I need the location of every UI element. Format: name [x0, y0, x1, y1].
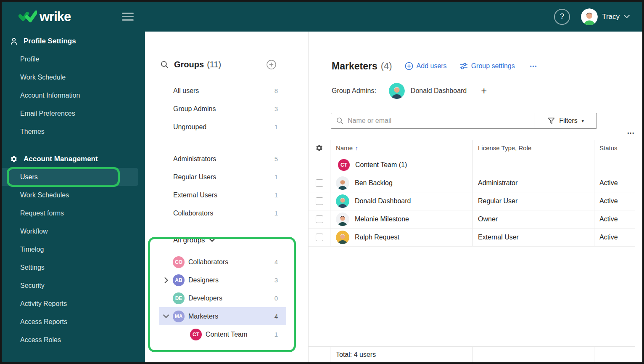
expand-icon[interactable] [162, 277, 170, 283]
group-row-content-team[interactable]: CT Content Team1 [159, 325, 286, 343]
wrike-logo[interactable]: wrike [18, 9, 71, 24]
groups-count: (11) [207, 60, 221, 69]
member-avatar [336, 176, 349, 190]
groups-panel-header: Groups (11) [145, 57, 308, 72]
group-member-count: (4) [381, 61, 392, 72]
row-checkbox[interactable] [316, 234, 323, 241]
group-avatar: MA [173, 311, 185, 322]
divider [173, 224, 276, 224]
table-row-ben-backlog[interactable]: Ben Backlog Administrator Active [309, 174, 635, 192]
admin-avatar[interactable] [389, 83, 405, 99]
table-row-content-team[interactable]: CT Content Team (1) [309, 156, 635, 174]
sidebar-item-email-preferences[interactable]: Email Preferences [2, 104, 145, 122]
group-row-collaborators[interactable]: CO Collaborators4 [159, 253, 286, 271]
search-icon [336, 117, 343, 125]
sidebar-item-timelog[interactable]: Timelog [2, 240, 145, 258]
sidebar-item-work-schedules[interactable]: Work Schedules [2, 186, 145, 204]
sidebar-item-users[interactable]: Users [2, 168, 138, 186]
chevron-down-icon [209, 239, 215, 242]
add-admin-icon[interactable]: + [481, 85, 487, 97]
plus-circle-icon [405, 62, 413, 70]
smart-list-ungrouped[interactable]: Ungrouped1 [159, 118, 286, 136]
section-account-management: Account Management [2, 153, 145, 165]
sort-ascending-icon[interactable]: ↑ [355, 145, 358, 151]
table-total-row: Total: 4 users [309, 346, 635, 362]
sidebar-item-access-roles[interactable]: Access Roles [2, 331, 145, 349]
search-input[interactable] [348, 117, 530, 125]
collapse-icon[interactable] [162, 314, 170, 318]
smart-list-group-admins[interactable]: Group Admins3 [159, 100, 286, 118]
question-mark-icon: ? [560, 12, 564, 21]
groups-panel: Groups (11) All users8 Group Admins3 Ung… [145, 32, 309, 362]
sidebar-item-profile[interactable]: Profile [2, 50, 145, 68]
row-checkbox[interactable] [316, 179, 323, 187]
group-admins-label: Group Admins: [332, 87, 376, 95]
user-menu[interactable]: Tracy [581, 8, 630, 25]
wrike-logo-icon [18, 10, 37, 24]
sliders-icon [459, 62, 468, 70]
license-list-regular-users[interactable]: Regular Users1 [159, 168, 286, 186]
table-more-icon[interactable]: ••• [309, 130, 635, 136]
group-avatar: DE [173, 292, 185, 304]
name-column-header[interactable]: Name ↑ [330, 140, 473, 156]
person-icon [10, 37, 18, 45]
group-avatar: CT [338, 159, 350, 171]
table-row-ralph-request[interactable]: Ralph Request External User Active [309, 228, 635, 247]
add-users-button[interactable]: Add users [405, 62, 447, 70]
group-settings-button[interactable]: Group settings [459, 62, 515, 70]
group-row-marketers[interactable]: MA Marketers4 [159, 307, 286, 325]
sidebar-item-activity-reports[interactable]: Activity Reports [2, 295, 145, 313]
settings-sidebar: Profile Settings Profile Work Schedule A… [2, 32, 145, 362]
wrike-logo-text: wrike [40, 9, 71, 24]
smart-list-all-users[interactable]: All users8 [159, 82, 286, 100]
group-avatar: CT [190, 329, 202, 340]
topbar: wrike ? Tracy [2, 2, 642, 32]
all-groups-dropdown[interactable]: All groups [159, 231, 308, 249]
table-row-melanie-milestone[interactable]: Melanie Milestone Owner Active [309, 210, 635, 228]
search-icon[interactable] [161, 61, 169, 69]
add-group-icon[interactable] [267, 60, 276, 69]
license-column-header[interactable]: License Type, Role [473, 140, 594, 156]
status-column-header[interactable]: Status [594, 140, 635, 156]
sidebar-item-account-information[interactable]: Account Information [2, 86, 145, 104]
sidebar-item-themes[interactable]: Themes [2, 122, 145, 141]
license-list-administrators[interactable]: Administrators5 [159, 150, 286, 168]
group-row-designers[interactable]: AB Designers3 [159, 271, 286, 289]
sidebar-item-request-forms[interactable]: Request forms [2, 204, 145, 222]
app-window: wrike ? Tracy Profile Settings Profile [0, 0, 644, 364]
license-list-external-users[interactable]: External Users1 [159, 186, 286, 204]
groups-title: Groups [174, 60, 204, 69]
sidebar-item-access-reports[interactable]: Access Reports [2, 313, 145, 331]
sidebar-item-security[interactable]: Security [2, 276, 145, 295]
gear-icon [10, 155, 18, 163]
row-checkbox[interactable] [316, 197, 323, 205]
help-button[interactable]: ? [554, 9, 570, 25]
divider [173, 145, 276, 145]
row-checkbox[interactable] [316, 215, 323, 223]
menu-icon[interactable] [122, 13, 134, 21]
members-table: Name ↑ License Type, Role Status CT Cont… [309, 140, 635, 247]
member-avatar [336, 194, 349, 208]
group-title: Marketers [332, 61, 377, 72]
table-row-donald-dashboard[interactable]: Donald Dashboard Regular User Active [309, 192, 635, 210]
license-list-collaborators[interactable]: Collaborators1 [159, 204, 286, 222]
sidebar-item-settings[interactable]: Settings [2, 258, 145, 276]
group-row-developers[interactable]: DE Developers0 [159, 289, 286, 307]
chevron-down-icon [624, 15, 630, 19]
member-search [331, 113, 535, 129]
admin-name[interactable]: Donald Dashboard [411, 87, 467, 95]
member-avatar [336, 231, 349, 244]
table-header-row: Name ↑ License Type, Role Status [309, 140, 635, 156]
user-avatar [581, 8, 598, 25]
member-avatar [336, 213, 349, 226]
sidebar-item-work-schedule[interactable]: Work Schedule [2, 68, 145, 86]
more-actions-icon[interactable]: ••• [530, 64, 538, 69]
filters-button[interactable]: Filters ▾ [535, 113, 597, 129]
sidebar-item-workflow[interactable]: Workflow [2, 222, 145, 240]
group-avatar: CO [173, 256, 185, 268]
funnel-icon [548, 117, 555, 125]
section-profile-settings: Profile Settings [2, 35, 145, 48]
group-detail-panel: Marketers (4) Add users [309, 32, 642, 362]
caret-down-icon: ▾ [582, 119, 584, 123]
column-settings-cell[interactable] [309, 140, 330, 156]
